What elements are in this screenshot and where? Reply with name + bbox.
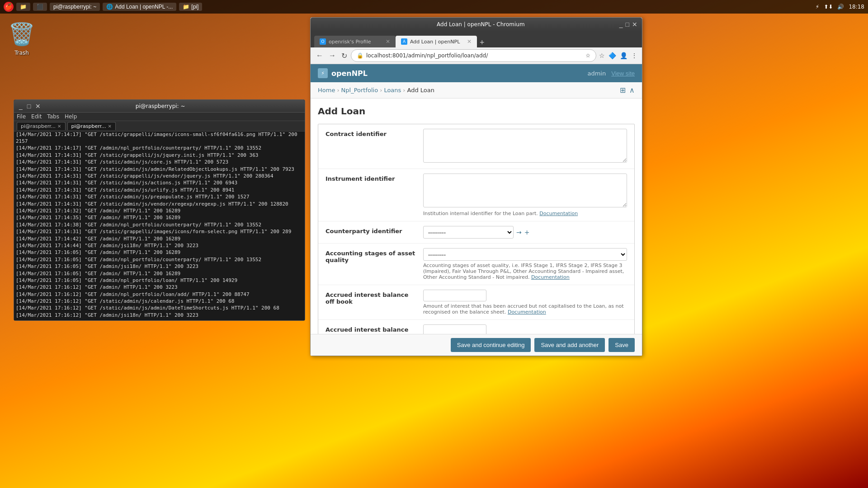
input-accrued-on[interactable] xyxy=(423,324,486,334)
terminal-tab-2-label: pi@raspberr... xyxy=(71,123,106,129)
form-row-accrued-on: Accrued interest balance on book Current… xyxy=(318,320,634,334)
terminal-line: [14/Mar/2021 17:16:12] "GET /static/admi… xyxy=(16,305,303,311)
terminal-line: [14/Mar/2021 17:14:32] "GET /admin/ HTTP… xyxy=(16,207,303,214)
doc-link-instrument[interactable]: Documentation xyxy=(539,211,578,216)
field-accrued-on: Current amount of outstanding interest a… xyxy=(423,324,627,334)
form-row-instrument: Instrument identifier Institution intern… xyxy=(318,169,634,221)
bluetooth-icon: ⚡ xyxy=(816,4,819,10)
extensions-icon[interactable]: 🔷 xyxy=(608,51,617,60)
breadcrumb-loans[interactable]: Loans xyxy=(384,87,401,94)
reload-button[interactable]: ↻ xyxy=(340,51,349,61)
input-contract-identifier[interactable] xyxy=(423,129,627,163)
browser-maximize-btn[interactable]: □ xyxy=(626,21,629,28)
breadcrumb-sep-2: › xyxy=(380,87,382,94)
terminal-menu-file[interactable]: File xyxy=(17,113,26,120)
terminal-close-btn[interactable]: ✕ xyxy=(34,103,42,110)
input-accrued-off[interactable] xyxy=(423,290,486,301)
save-continue-button[interactable]: Save and continue editing xyxy=(451,338,531,352)
admin-content: Add Loan Contract identifier Instrument … xyxy=(311,99,642,334)
doc-link-accrued-off[interactable]: Documentation xyxy=(508,309,546,315)
admin-user-label: admin xyxy=(587,70,606,77)
label-accrued-off: Accrued interest balance off book xyxy=(326,290,416,305)
label-instrument-identifier: Instrument identifier xyxy=(326,174,416,182)
terminal-maximize-btn[interactable]: □ xyxy=(26,103,32,110)
taskbar-terminal-window-btn[interactable]: pi@raspberrypi: ~ xyxy=(50,3,100,11)
terminal-line: [14/Mar/2021 17:14:31] "GET /static/admi… xyxy=(16,193,303,200)
terminal-line: [14/Mar/2021 17:14:31] "GET /static/grap… xyxy=(16,173,303,179)
browser-minimize-btn[interactable]: _ xyxy=(619,21,623,28)
tab-profile-favicon: O xyxy=(320,38,326,45)
terminal-line: [14/Mar/2021 17:14:31] "GET /static/admi… xyxy=(16,159,303,165)
terminal-line: [14/Mar/2021 17:16:12] "GET /admin/ HTTP… xyxy=(16,284,303,291)
input-instrument-identifier[interactable] xyxy=(423,174,627,207)
trash-icon[interactable]: 🗑️ Trash xyxy=(10,20,33,56)
help-instrument-identifier: Institution internal identifier for the … xyxy=(423,211,627,216)
terminal-body: [14/Mar/2021 17:13:52] "GET /static/grap… xyxy=(14,131,305,320)
field-accrued-off: Amount of interest that has been accrued… xyxy=(423,290,627,315)
counterparty-add-icon[interactable]: + xyxy=(524,229,530,236)
field-instrument-identifier: Institution internal identifier for the … xyxy=(423,174,627,216)
breadcrumb-home[interactable]: Home xyxy=(318,87,335,94)
counterparty-arrow-icon[interactable]: → xyxy=(516,229,522,236)
admin-header: ⚡ openNPL admin View site xyxy=(311,64,642,82)
taskbar-terminal-btn[interactable]: ⬛ xyxy=(33,3,47,11)
breadcrumb-sep-3: › xyxy=(403,87,405,94)
breadcrumb-action-2[interactable]: ∧ xyxy=(629,86,635,94)
terminal-line: [14/Mar/2021 17:16:05] "GET /admin/ HTTP… xyxy=(16,270,303,277)
field-contract-identifier xyxy=(423,129,627,164)
doc-link-accounting[interactable]: Documentation xyxy=(531,274,570,280)
taskbar-files-btn[interactable]: 📁 xyxy=(16,3,30,11)
breadcrumb-action-1[interactable]: ⊞ xyxy=(620,86,626,94)
terminal-menu-edit[interactable]: Edit xyxy=(31,113,42,120)
tab-addloan-close[interactable]: ✕ xyxy=(467,38,472,45)
tab-profile-close[interactable]: ✕ xyxy=(386,38,390,45)
new-tab-button[interactable]: + xyxy=(477,38,487,47)
apple-menu-icon[interactable]: 🍎 xyxy=(4,2,14,12)
taskbar: 🍎 📁 ⬛ pi@raspberrypi: ~ 🌐 Add Loan | ope… xyxy=(0,0,868,14)
terminal-line: [14/Mar/2021 17:14:31] "GET /static/admi… xyxy=(16,166,303,173)
view-site-button[interactable]: View site xyxy=(611,70,635,77)
terminal-tab-2-close[interactable]: ✕ xyxy=(108,124,112,129)
menu-icon[interactable]: ⋮ xyxy=(630,51,638,60)
address-star-icon[interactable]: ☆ xyxy=(585,52,590,59)
bookmark-icon[interactable]: ☆ xyxy=(598,51,606,60)
terminal-line: [14/Mar/2021 17:14:44] "GET /admin/jsi18… xyxy=(16,242,303,249)
browser-close-btn[interactable]: ✕ xyxy=(632,21,637,28)
select-accounting-stages[interactable]: --------- xyxy=(423,248,627,261)
terminal-minimize-btn[interactable]: _ xyxy=(18,103,24,110)
breadcrumb-portfolio[interactable]: Npl_Portfolio xyxy=(341,87,378,94)
terminal-menu-help[interactable]: Help xyxy=(65,113,77,120)
save-button[interactable]: Save xyxy=(609,338,635,352)
back-button[interactable]: ← xyxy=(314,51,325,61)
address-bar[interactable]: 🔒 localhost:8001/admin/npl_portfolio/loa… xyxy=(351,49,596,62)
form-container: Contract identifier Instrument identifie… xyxy=(318,124,635,334)
terminal-line: [14/Mar/2021 17:14:42] "GET /admin/ HTTP… xyxy=(16,235,303,242)
terminal-line: [14/Mar/2021 17:16:12] "GET /admin/jsi18… xyxy=(16,312,303,319)
breadcrumb-addloan: Add Loan xyxy=(407,87,434,94)
trash-label: Trash xyxy=(14,50,29,56)
save-add-button[interactable]: Save and add another xyxy=(534,338,605,352)
breadcrumb-sep-1: › xyxy=(337,87,339,94)
field-counterparty-identifier: --------- → + xyxy=(423,226,627,239)
terminal-menu-tabs[interactable]: Tabs xyxy=(47,113,59,120)
form-row-counterparty: Counterparty identifier --------- → + xyxy=(318,221,634,244)
taskbar-folder-btn[interactable]: 📁 [pi] xyxy=(179,3,202,11)
admin-header-right: admin View site xyxy=(587,70,635,77)
browser-title: Add Loan | openNPL - Chromium xyxy=(342,21,619,28)
terminal-tab-1[interactable]: pi@raspberr... ✕ xyxy=(17,122,66,130)
forward-button[interactable]: → xyxy=(327,51,338,61)
browser-tab-addloan[interactable]: A Add Loan | openNPL ✕ xyxy=(396,36,477,47)
profile-icon[interactable]: 👤 xyxy=(619,51,628,60)
taskbar-browser-btn[interactable]: 🌐 Add Loan | openNPL -... xyxy=(103,3,176,11)
logo-text: openNPL xyxy=(331,69,368,78)
terminal-line: [14/Mar/2021 17:14:17] "GET /static/grap… xyxy=(16,131,303,145)
terminal-tab-2[interactable]: pi@raspberr... ✕ xyxy=(67,122,116,130)
browser-tab-profile[interactable]: O openrisk's Profile ✕ xyxy=(314,36,396,47)
field-accounting-stages: --------- Accounting stages of asset qua… xyxy=(423,248,627,280)
form-row-contract: Contract identifier xyxy=(318,124,634,169)
select-counterparty[interactable]: --------- xyxy=(423,226,514,239)
terminal-tab-1-close[interactable]: ✕ xyxy=(57,124,61,129)
admin-footer: Save and continue editing Save and add a… xyxy=(311,334,642,356)
browser-tabs-bar: O openrisk's Profile ✕ A Add Loan | open… xyxy=(311,31,642,47)
counterparty-select-row: --------- → + xyxy=(423,226,627,239)
